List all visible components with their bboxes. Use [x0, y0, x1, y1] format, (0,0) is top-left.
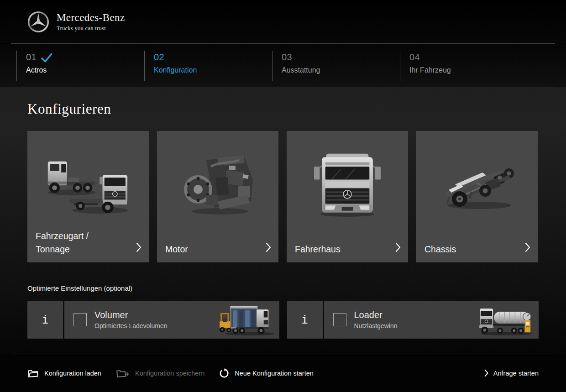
- cab-front-image: [287, 143, 408, 225]
- step-label: Actros: [26, 66, 144, 74]
- option-title: Loader: [354, 310, 398, 320]
- tanker-truck-with-fuel-pump-image: [476, 301, 538, 339]
- step-label: Ihr Fahrzeug: [409, 66, 528, 74]
- start-request-button[interactable]: Anfrage starten: [484, 369, 539, 377]
- card-fahrerhaus[interactable]: Fahrerhaus: [287, 131, 408, 262]
- brand-block: Mercedes-Benz Trucks you can trust: [57, 12, 125, 32]
- info-icon: i: [301, 313, 308, 326]
- loader-texts: Loader Nutzlastgewinn: [354, 310, 398, 329]
- mercedes-star-icon[interactable]: [27, 11, 49, 33]
- footer-item-label: Anfrage starten: [493, 370, 539, 377]
- step-label: Ausstattung: [282, 66, 400, 74]
- two-trucks-image: [27, 143, 149, 225]
- new-configuration-button[interactable]: Neue Konfiguration starten: [219, 368, 314, 378]
- step-ihr-fahrzeug[interactable]: 04 Ihr Fahrzeug: [400, 51, 528, 81]
- option-row-loader: i Loader Nutzlastgewinn: [287, 301, 539, 339]
- engine-image: [157, 143, 278, 225]
- truck-with-forklift-image: [217, 301, 278, 339]
- loader-checkbox[interactable]: [333, 313, 346, 326]
- loader-option[interactable]: Loader Nutzlastgewinn: [324, 301, 539, 339]
- card-fahrzeugart-tonnage[interactable]: Fahrzeugart / Tonnage: [27, 131, 149, 262]
- folder-icon: [27, 368, 39, 378]
- brand-tagline: Trucks you can trust: [57, 25, 125, 32]
- footer-bar: Konfiguration laden Konfiguration speich…: [0, 354, 566, 392]
- configuration-cards: Fahrzeugart / Tonnage: [27, 131, 539, 262]
- volumer-checkbox[interactable]: [73, 313, 87, 326]
- card-chassis[interactable]: Chassis: [416, 131, 538, 262]
- footer-item-label: Neue Konfiguration starten: [235, 370, 314, 377]
- page-title: Konfigurieren: [27, 87, 539, 117]
- step-ausstattung[interactable]: 03 Ausstattung: [272, 51, 400, 81]
- footer-item-label: Konfiguration speichern: [135, 370, 204, 377]
- step-actros[interactable]: 01 Actros: [16, 51, 144, 81]
- chassis-frame-image: [416, 143, 538, 225]
- chevron-right-icon: [525, 242, 530, 256]
- check-icon: [41, 52, 53, 63]
- volumer-option[interactable]: Volumer Optimiertes Ladevolumen: [64, 301, 279, 339]
- info-icon: i: [42, 313, 48, 326]
- volumer-texts: Volumer Optimiertes Ladevolumen: [94, 310, 168, 329]
- restart-icon: [219, 368, 229, 378]
- footer-actions: Konfiguration laden Konfiguration speich…: [27, 368, 314, 378]
- step-number: 01: [26, 52, 37, 63]
- volumer-info-button[interactable]: i: [27, 301, 63, 339]
- save-configuration-button[interactable]: Konfiguration speichern: [116, 368, 204, 378]
- configurator-page: Mercedes-Benz Trucks you can trust 01 Ac…: [0, 0, 566, 392]
- chevron-right-icon: [136, 242, 142, 256]
- option-subtitle: Optimiertes Ladevolumen: [94, 322, 168, 329]
- app-header: Mercedes-Benz Trucks you can trust: [0, 0, 566, 43]
- option-title: Volumer: [94, 310, 168, 320]
- step-label: Konfiguration: [154, 66, 272, 74]
- card-label: Motor: [165, 243, 188, 256]
- chevron-right-icon: [266, 242, 271, 256]
- loader-info-button[interactable]: i: [287, 301, 323, 339]
- step-number: 03: [282, 52, 292, 63]
- step-number: 02: [154, 52, 164, 63]
- optional-section-heading: Optimierte Einstellungen (optional): [27, 284, 539, 292]
- chevron-right-icon: [395, 242, 401, 256]
- main-content: Konfigurieren: [0, 87, 566, 354]
- card-label: Fahrerhaus: [295, 243, 341, 256]
- folder-add-icon: [116, 368, 130, 378]
- option-subtitle: Nutzlastgewinn: [354, 322, 398, 329]
- load-configuration-button[interactable]: Konfiguration laden: [27, 368, 101, 378]
- step-navigation: 01 Actros 02 Konfiguration 03 Ausstattun…: [0, 44, 566, 87]
- card-motor[interactable]: Motor: [157, 131, 278, 262]
- step-konfiguration[interactable]: 02 Konfiguration: [144, 51, 272, 81]
- card-label: Fahrzeugart / Tonnage: [36, 230, 89, 256]
- footer-item-label: Konfiguration laden: [44, 370, 101, 377]
- brand-name: Mercedes-Benz: [57, 12, 125, 24]
- optional-options: i Volumer Optimiertes Ladevolumen: [27, 301, 539, 339]
- card-label: Chassis: [424, 243, 456, 256]
- option-row-volumer: i Volumer Optimiertes Ladevolumen: [27, 301, 279, 339]
- step-number: 04: [409, 52, 420, 63]
- chevron-right-icon: [484, 369, 488, 377]
